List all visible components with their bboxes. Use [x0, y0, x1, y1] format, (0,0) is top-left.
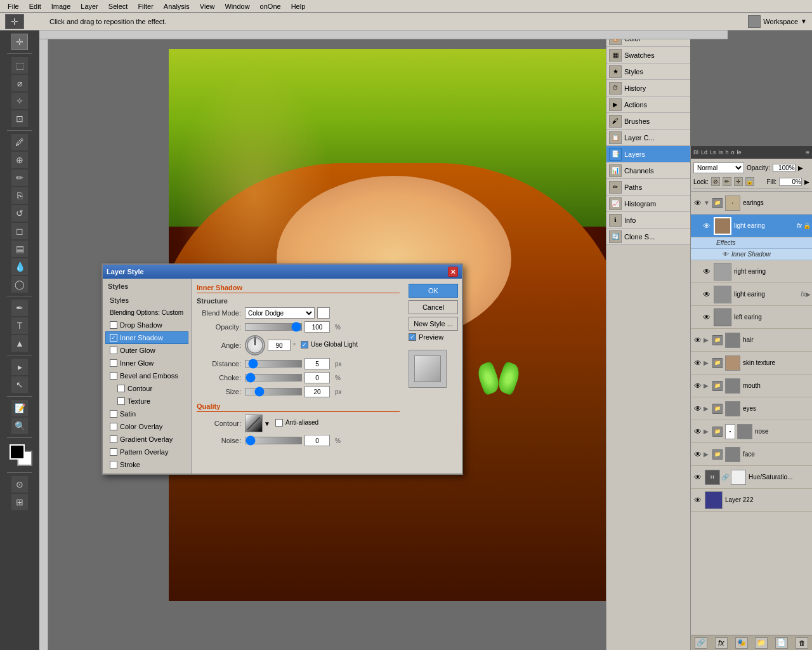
- layer-row-eyes[interactable]: 👁 ▶ 📁 eyes: [691, 397, 812, 420]
- layers-tab-le[interactable]: le: [737, 149, 742, 156]
- panel-brushes[interactable]: 🖌 Brushes: [606, 113, 690, 129]
- style-item-pattern-overlay[interactable]: Pattern Overlay: [105, 446, 188, 458]
- visibility-face[interactable]: 👁: [692, 443, 704, 466]
- panel-actions[interactable]: ▶ Actions: [606, 96, 690, 113]
- expand-mouth[interactable]: ▶: [704, 382, 712, 389]
- opacity-slider[interactable]: [245, 323, 302, 331]
- satin-checkbox[interactable]: [110, 410, 117, 418]
- layer-row-mouth[interactable]: 👁 ▶ 📁 mouth: [691, 375, 812, 397]
- visibility-earings[interactable]: 👁: [692, 192, 704, 215]
- new-layer-btn[interactable]: 📄: [775, 637, 788, 649]
- anti-alias-checkbox[interactable]: [275, 419, 283, 427]
- pattern-overlay-checkbox[interactable]: [110, 448, 117, 456]
- panel-history[interactable]: ⏱ History: [606, 80, 690, 96]
- style-item-contour[interactable]: Contour: [105, 382, 188, 395]
- contour-arrow[interactable]: ▼: [264, 420, 270, 427]
- expand-eyes[interactable]: ▶: [704, 405, 712, 412]
- healing-tool[interactable]: ⊕: [11, 152, 28, 168]
- opacity-arrow[interactable]: ▶: [798, 164, 803, 171]
- menu-file[interactable]: File: [3, 1, 24, 11]
- lock-transparent-icon[interactable]: ⊘: [711, 177, 720, 186]
- workspace-label[interactable]: Workspace: [763, 18, 798, 25]
- contour-preview[interactable]: [245, 415, 263, 432]
- drop-shadow-checkbox[interactable]: [110, 321, 117, 329]
- visibility-eyes[interactable]: 👁: [692, 397, 704, 420]
- style-item-drop-shadow[interactable]: Drop Shadow: [105, 319, 188, 331]
- visibility-mouth[interactable]: 👁: [692, 375, 704, 397]
- color-overlay-checkbox[interactable]: [110, 423, 117, 430]
- visibility-light-earing-1[interactable]: 👁: [701, 215, 712, 237]
- menu-layer[interactable]: Layer: [75, 1, 103, 11]
- gradient-tool[interactable]: ▤: [11, 241, 28, 257]
- panel-channels[interactable]: 📊 Channels: [606, 162, 690, 179]
- fill-input[interactable]: [779, 178, 802, 186]
- link-layers-btn[interactable]: 🔗: [695, 637, 707, 649]
- style-item-bevel-emboss[interactable]: Bevel and Emboss: [105, 369, 188, 382]
- inner-glow-checkbox[interactable]: [110, 359, 117, 367]
- panel-styles[interactable]: ★ Styles: [606, 63, 690, 80]
- menu-view[interactable]: View: [195, 1, 220, 11]
- expand-hair[interactable]: ▶: [704, 336, 712, 343]
- layer-row-hair[interactable]: 👁 ▶ 📁 hair: [691, 329, 812, 352]
- move-tool[interactable]: ✛: [11, 34, 28, 50]
- lasso-tool[interactable]: ⌀: [11, 75, 28, 91]
- style-item-styles[interactable]: Styles: [105, 294, 188, 307]
- clone-stamp-tool[interactable]: ⎘: [11, 187, 28, 204]
- angle-dial[interactable]: [245, 335, 265, 355]
- visibility-skin-texture[interactable]: 👁: [692, 352, 704, 375]
- expand-earings[interactable]: ▼: [704, 199, 712, 206]
- new-style-button[interactable]: New Style ...: [409, 317, 458, 331]
- panel-layers[interactable]: 📑 Layers: [606, 146, 690, 162]
- gradient-overlay-checkbox[interactable]: [110, 435, 117, 443]
- layer-row-right-earing[interactable]: 👁 right earing: [691, 260, 812, 283]
- distance-input[interactable]: [304, 358, 330, 369]
- angle-input[interactable]: [268, 340, 291, 351]
- style-item-texture[interactable]: Texture: [105, 395, 188, 408]
- layers-tab-ld[interactable]: Ld: [701, 149, 707, 156]
- history-brush-tool[interactable]: ↺: [11, 205, 28, 222]
- expand-face[interactable]: ▶: [704, 451, 712, 458]
- new-group-btn[interactable]: 📁: [755, 637, 768, 649]
- choke-input[interactable]: [304, 372, 330, 383]
- global-light-checkbox[interactable]: ✓: [301, 341, 308, 348]
- style-item-gradient-overlay[interactable]: Gradient Overlay: [105, 433, 188, 446]
- fx-icon-light-earing-1[interactable]: fx: [797, 222, 802, 229]
- menu-select[interactable]: Select: [103, 1, 133, 11]
- color-swatch-area[interactable]: [7, 443, 32, 467]
- stroke-checkbox[interactable]: [110, 461, 117, 468]
- style-item-stroke[interactable]: Stroke: [105, 458, 188, 471]
- expand-skin[interactable]: ▶: [704, 359, 712, 366]
- inner-shadow-checkbox[interactable]: ✓: [110, 334, 117, 342]
- layer-row-earings[interactable]: 👁 ▼ 📁 • earings: [691, 192, 812, 215]
- blend-mode-color-box[interactable]: [317, 307, 330, 319]
- text-tool[interactable]: T: [11, 317, 28, 334]
- crop-tool[interactable]: ⊡: [11, 110, 28, 127]
- workspace-dropdown-icon[interactable]: ▼: [801, 18, 807, 25]
- ok-button[interactable]: OK: [409, 284, 458, 298]
- eraser-tool[interactable]: ◻: [11, 223, 28, 239]
- choke-slider[interactable]: [245, 374, 302, 381]
- layer-row-skin-texture[interactable]: 👁 ▶ 📁 skin texture: [691, 352, 812, 375]
- layer-row-left-earing[interactable]: 👁 left earing: [691, 306, 812, 329]
- dialog-close-button[interactable]: ✕: [448, 267, 458, 277]
- fx-icon-light-earing-2[interactable]: fx: [801, 291, 806, 298]
- menu-window[interactable]: Window: [219, 1, 254, 11]
- layer-row-face[interactable]: 👁 ▶ 📁 face: [691, 443, 812, 466]
- lock-all-icon[interactable]: 🔒: [745, 177, 754, 186]
- delete-layer-btn[interactable]: 🗑: [796, 637, 808, 649]
- panel-histogram[interactable]: 📈 Histogram: [606, 196, 690, 212]
- layer-row-nose[interactable]: 👁 ▶ 📁 • nose: [691, 420, 812, 443]
- opacity-input[interactable]: [773, 164, 796, 172]
- menu-edit[interactable]: Edit: [24, 1, 46, 11]
- preview-checkbox[interactable]: ✓: [409, 333, 416, 341]
- brush-tool[interactable]: ✏: [11, 169, 28, 186]
- layers-tab-is[interactable]: Is: [719, 149, 723, 156]
- visibility-left-earing[interactable]: 👁: [701, 306, 712, 329]
- expand-nose[interactable]: ▶: [704, 428, 712, 435]
- zoom-tool[interactable]: 🔍: [11, 418, 28, 434]
- menu-analysis[interactable]: Analysis: [159, 1, 195, 11]
- bevel-emboss-checkbox[interactable]: [110, 372, 117, 380]
- panel-layercomp[interactable]: 📋 Layer C...: [606, 129, 690, 146]
- add-style-btn[interactable]: fx: [715, 637, 728, 649]
- notes-tool[interactable]: 📝: [11, 400, 28, 416]
